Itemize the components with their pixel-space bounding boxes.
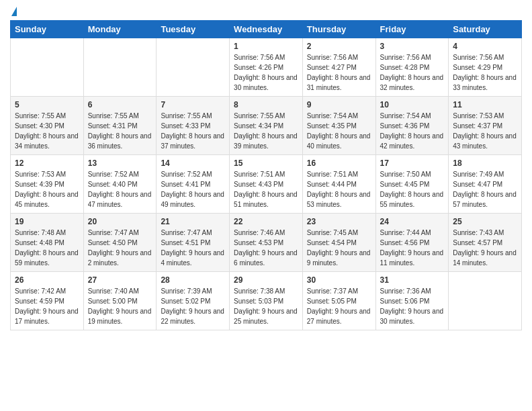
- day-number: 15: [234, 158, 298, 168]
- day-number: 19: [15, 217, 79, 226]
- calendar-cell: 23Sunrise: 7:45 AMSunset: 4:54 PMDayligh…: [302, 214, 375, 272]
- header-sunday: Sunday: [11, 21, 84, 38]
- day-info: Sunrise: 7:55 AMSunset: 4:31 PMDaylight:…: [88, 111, 152, 151]
- calendar-cell: 9Sunrise: 7:54 AMSunset: 4:35 PMDaylight…: [302, 97, 375, 155]
- day-number: 8: [234, 100, 298, 109]
- day-number: 30: [307, 275, 371, 285]
- calendar-cell: 13Sunrise: 7:52 AMSunset: 4:40 PMDayligh…: [83, 155, 157, 214]
- day-number: 16: [307, 158, 371, 168]
- calendar-cell: 28Sunrise: 7:39 AMSunset: 5:02 PMDayligh…: [157, 272, 230, 330]
- page-header: [10, 7, 522, 16]
- day-number: 3: [380, 42, 445, 51]
- calendar-cell: 4Sunrise: 7:56 AMSunset: 4:29 PMDaylight…: [449, 38, 522, 97]
- calendar-week-3: 12Sunrise: 7:53 AMSunset: 4:39 PMDayligh…: [11, 155, 522, 214]
- calendar-cell: 30Sunrise: 7:37 AMSunset: 5:05 PMDayligh…: [302, 272, 375, 330]
- day-number: 27: [88, 275, 152, 285]
- calendar-cell: 29Sunrise: 7:38 AMSunset: 5:03 PMDayligh…: [230, 272, 303, 330]
- day-number: 17: [380, 158, 445, 168]
- calendar-cell: 10Sunrise: 7:54 AMSunset: 4:36 PMDayligh…: [375, 97, 449, 155]
- calendar-cell: [157, 38, 230, 97]
- calendar-week-2: 5Sunrise: 7:55 AMSunset: 4:30 PMDaylight…: [11, 97, 522, 155]
- calendar-cell: 8Sunrise: 7:55 AMSunset: 4:34 PMDaylight…: [230, 97, 303, 155]
- day-info: Sunrise: 7:53 AMSunset: 4:39 PMDaylight:…: [15, 169, 79, 210]
- day-info: Sunrise: 7:38 AMSunset: 5:03 PMDaylight:…: [234, 286, 298, 326]
- calendar-cell: 16Sunrise: 7:51 AMSunset: 4:44 PMDayligh…: [302, 155, 375, 214]
- calendar-cell: 21Sunrise: 7:47 AMSunset: 4:51 PMDayligh…: [157, 214, 230, 272]
- calendar-cell: 24Sunrise: 7:44 AMSunset: 4:56 PMDayligh…: [375, 214, 449, 272]
- day-number: 4: [453, 42, 517, 51]
- calendar-cell: 12Sunrise: 7:53 AMSunset: 4:39 PMDayligh…: [11, 155, 84, 214]
- day-info: Sunrise: 7:52 AMSunset: 4:40 PMDaylight:…: [88, 169, 152, 210]
- calendar-cell: [11, 38, 84, 97]
- day-number: 31: [380, 275, 445, 285]
- day-info: Sunrise: 7:54 AMSunset: 4:35 PMDaylight:…: [307, 111, 371, 151]
- day-info: Sunrise: 7:56 AMSunset: 4:28 PMDaylight:…: [380, 52, 445, 93]
- header-thursday: Thursday: [302, 21, 375, 38]
- calendar-week-5: 26Sunrise: 7:42 AMSunset: 4:59 PMDayligh…: [11, 272, 522, 330]
- day-info: Sunrise: 7:42 AMSunset: 4:59 PMDaylight:…: [15, 286, 79, 326]
- calendar-cell: 31Sunrise: 7:36 AMSunset: 5:06 PMDayligh…: [375, 272, 449, 330]
- day-info: Sunrise: 7:49 AMSunset: 4:47 PMDaylight:…: [453, 169, 517, 210]
- calendar-cell: 26Sunrise: 7:42 AMSunset: 4:59 PMDayligh…: [11, 272, 84, 330]
- calendar-cell: 18Sunrise: 7:49 AMSunset: 4:47 PMDayligh…: [449, 155, 522, 214]
- calendar-cell: 25Sunrise: 7:43 AMSunset: 4:57 PMDayligh…: [449, 214, 522, 272]
- calendar-cell: 22Sunrise: 7:46 AMSunset: 4:53 PMDayligh…: [230, 214, 303, 272]
- day-info: Sunrise: 7:55 AMSunset: 4:30 PMDaylight:…: [15, 111, 79, 151]
- day-number: 22: [234, 217, 298, 226]
- day-number: 5: [15, 100, 79, 109]
- day-info: Sunrise: 7:55 AMSunset: 4:33 PMDaylight:…: [161, 111, 225, 151]
- calendar-cell: 3Sunrise: 7:56 AMSunset: 4:28 PMDaylight…: [375, 38, 449, 97]
- day-number: 24: [380, 217, 445, 226]
- calendar-header-row: SundayMondayTuesdayWednesdayThursdayFrid…: [11, 21, 522, 38]
- calendar-cell: 5Sunrise: 7:55 AMSunset: 4:30 PMDaylight…: [11, 97, 84, 155]
- calendar-table: SundayMondayTuesdayWednesdayThursdayFrid…: [10, 20, 522, 330]
- day-number: 18: [453, 158, 517, 168]
- day-info: Sunrise: 7:50 AMSunset: 4:45 PMDaylight:…: [380, 169, 445, 210]
- day-number: 12: [15, 158, 79, 168]
- day-info: Sunrise: 7:37 AMSunset: 5:05 PMDaylight:…: [307, 286, 371, 326]
- day-number: 26: [15, 275, 79, 285]
- day-number: 23: [307, 217, 371, 226]
- header-tuesday: Tuesday: [157, 21, 230, 38]
- day-number: 7: [161, 100, 225, 109]
- calendar-cell: 11Sunrise: 7:53 AMSunset: 4:37 PMDayligh…: [449, 97, 522, 155]
- day-info: Sunrise: 7:54 AMSunset: 4:36 PMDaylight:…: [380, 111, 445, 151]
- day-info: Sunrise: 7:56 AMSunset: 4:27 PMDaylight:…: [307, 52, 371, 93]
- day-info: Sunrise: 7:56 AMSunset: 4:29 PMDaylight:…: [453, 52, 517, 93]
- day-info: Sunrise: 7:36 AMSunset: 5:06 PMDaylight:…: [380, 286, 445, 326]
- logo: [10, 7, 17, 16]
- day-info: Sunrise: 7:44 AMSunset: 4:56 PMDaylight:…: [380, 228, 445, 268]
- calendar-cell: [449, 272, 522, 330]
- day-number: 28: [161, 275, 225, 285]
- logo-triangle-icon: [11, 7, 17, 16]
- header-monday: Monday: [83, 21, 157, 38]
- day-info: Sunrise: 7:48 AMSunset: 4:48 PMDaylight:…: [15, 228, 79, 268]
- day-number: 1: [234, 42, 298, 51]
- calendar-week-1: 1Sunrise: 7:56 AMSunset: 4:26 PMDaylight…: [11, 38, 522, 97]
- header-wednesday: Wednesday: [230, 21, 303, 38]
- day-number: 9: [307, 100, 371, 109]
- calendar-cell: 6Sunrise: 7:55 AMSunset: 4:31 PMDaylight…: [83, 97, 157, 155]
- day-info: Sunrise: 7:56 AMSunset: 4:26 PMDaylight:…: [234, 52, 298, 93]
- calendar-cell: 20Sunrise: 7:47 AMSunset: 4:50 PMDayligh…: [83, 214, 157, 272]
- day-number: 11: [453, 100, 517, 109]
- calendar-cell: 15Sunrise: 7:51 AMSunset: 4:43 PMDayligh…: [230, 155, 303, 214]
- day-info: Sunrise: 7:51 AMSunset: 4:44 PMDaylight:…: [307, 169, 371, 210]
- day-info: Sunrise: 7:53 AMSunset: 4:37 PMDaylight:…: [453, 111, 517, 151]
- day-number: 29: [234, 275, 298, 285]
- calendar-cell: 2Sunrise: 7:56 AMSunset: 4:27 PMDaylight…: [302, 38, 375, 97]
- calendar-week-4: 19Sunrise: 7:48 AMSunset: 4:48 PMDayligh…: [11, 214, 522, 272]
- day-number: 20: [88, 217, 152, 226]
- day-number: 25: [453, 217, 517, 226]
- day-info: Sunrise: 7:55 AMSunset: 4:34 PMDaylight:…: [234, 111, 298, 151]
- day-info: Sunrise: 7:45 AMSunset: 4:54 PMDaylight:…: [307, 228, 371, 268]
- day-info: Sunrise: 7:47 AMSunset: 4:51 PMDaylight:…: [161, 228, 225, 268]
- day-number: 6: [88, 100, 152, 109]
- calendar-cell: 7Sunrise: 7:55 AMSunset: 4:33 PMDaylight…: [157, 97, 230, 155]
- calendar-cell: 17Sunrise: 7:50 AMSunset: 4:45 PMDayligh…: [375, 155, 449, 214]
- day-info: Sunrise: 7:52 AMSunset: 4:41 PMDaylight:…: [161, 169, 225, 210]
- day-number: 2: [307, 42, 371, 51]
- header-saturday: Saturday: [449, 21, 522, 38]
- day-info: Sunrise: 7:47 AMSunset: 4:50 PMDaylight:…: [88, 228, 152, 268]
- day-number: 13: [88, 158, 152, 168]
